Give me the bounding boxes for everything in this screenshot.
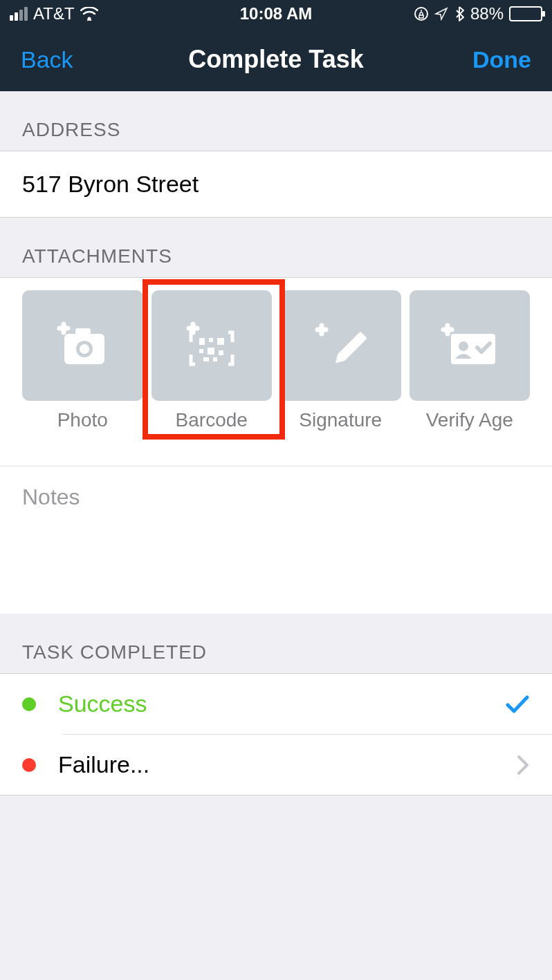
barcode-icon — [184, 321, 239, 370]
svg-rect-6 — [199, 338, 205, 345]
attachment-verify-age[interactable]: Verify Age — [410, 290, 531, 445]
svg-rect-11 — [219, 350, 223, 355]
failure-label: Failure... — [58, 751, 149, 778]
status-dot-success — [22, 697, 36, 711]
pencil-icon — [313, 321, 368, 370]
notes-placeholder: Notes — [22, 484, 530, 510]
completion-success[interactable]: Success — [0, 674, 552, 734]
attachments-grid: Photo — [22, 290, 530, 445]
signal-icon — [10, 7, 28, 21]
nav-bar: Back Complete Task Done — [0, 28, 552, 91]
attachment-barcode[interactable]: Barcode — [151, 290, 273, 445]
address-section-header: ADDRESS — [0, 91, 552, 151]
status-dot-failure — [22, 758, 36, 772]
chevron-right-icon — [516, 754, 530, 776]
done-button[interactable]: Done — [472, 46, 531, 73]
completion-list: Success Failure... — [0, 673, 552, 795]
orientation-lock-icon — [414, 6, 429, 21]
address-value: 517 Byron Street — [0, 151, 552, 218]
battery-icon — [509, 6, 542, 21]
completion-failure[interactable]: Failure... — [0, 735, 552, 795]
attachments-container: Photo — [0, 277, 552, 614]
id-icon — [439, 321, 501, 370]
battery-percent: 88% — [470, 4, 504, 23]
attachment-photo-label: Photo — [57, 409, 108, 431]
task-completed-header: TASK COMPLETED — [0, 614, 552, 673]
checkmark-icon — [505, 694, 530, 715]
svg-rect-8 — [217, 338, 224, 345]
carrier-label: AT&T — [33, 4, 75, 23]
svg-rect-13 — [213, 357, 217, 361]
svg-point-0 — [87, 17, 91, 21]
status-time: 10:08 AM — [240, 4, 312, 23]
svg-rect-12 — [203, 357, 209, 361]
status-left: AT&T — [10, 4, 98, 23]
bluetooth-icon — [454, 6, 465, 22]
page-title: Complete Task — [188, 45, 363, 74]
svg-rect-9 — [199, 349, 203, 353]
svg-rect-10 — [208, 348, 214, 355]
attachment-signature-label: Signature — [299, 409, 382, 431]
svg-point-18 — [459, 341, 468, 351]
success-label: Success — [58, 690, 147, 717]
location-icon — [434, 7, 448, 21]
notes-input[interactable]: Notes — [0, 466, 552, 614]
svg-rect-17 — [451, 334, 495, 364]
back-button[interactable]: Back — [21, 46, 73, 73]
svg-rect-7 — [209, 338, 213, 342]
status-right: 88% — [414, 4, 542, 23]
wifi-icon — [80, 7, 98, 21]
attachment-barcode-label: Barcode — [176, 409, 248, 431]
status-bar: AT&T 10:08 AM 88% — [0, 0, 552, 28]
attachments-section-header: ATTACHMENTS — [0, 218, 552, 277]
svg-point-5 — [80, 344, 89, 354]
attachment-verify-age-label: Verify Age — [426, 409, 513, 431]
attachment-signature[interactable]: Signature — [280, 290, 401, 445]
attachment-photo[interactable]: Photo — [22, 290, 143, 445]
camera-icon — [55, 321, 110, 370]
svg-rect-3 — [75, 328, 91, 337]
